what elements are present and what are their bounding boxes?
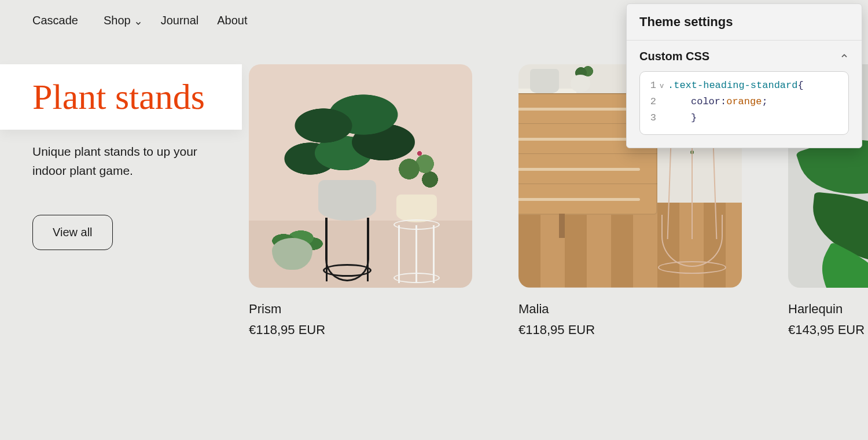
code-token-punct: } bbox=[691, 110, 697, 126]
line-number: 1 bbox=[645, 78, 660, 94]
product-image bbox=[249, 64, 472, 288]
heading-highlight: Plant stands bbox=[0, 64, 242, 130]
nav-item-label: Shop bbox=[104, 14, 131, 27]
code-token-value: orange bbox=[726, 94, 762, 110]
fold-icon[interactable]: v bbox=[660, 81, 668, 93]
panel-section-title-label: Custom CSS bbox=[639, 50, 709, 63]
chevron-up-icon bbox=[840, 50, 849, 63]
code-token-selector: .text-heading-standard bbox=[668, 78, 797, 94]
panel-title: Theme settings bbox=[627, 4, 862, 41]
code-token-punct: : bbox=[720, 94, 726, 110]
product-price: €118,95 EUR bbox=[249, 322, 472, 338]
collection-subtext: Unique plant stands to up your indoor pl… bbox=[32, 142, 231, 180]
code-token-punct: { bbox=[797, 78, 803, 94]
nav-item-shop[interactable]: Shop bbox=[104, 14, 142, 27]
theme-settings-panel: Theme settings Custom CSS 1 v .text-head… bbox=[626, 3, 862, 148]
nav-item-about[interactable]: About bbox=[217, 14, 247, 27]
code-line: 3 } bbox=[645, 110, 844, 126]
brand-link[interactable]: Cascade bbox=[32, 14, 78, 27]
line-number: 2 bbox=[645, 94, 660, 110]
product-price: €143,95 EUR bbox=[788, 322, 868, 338]
line-number: 3 bbox=[645, 110, 660, 126]
product-price: €118,95 EUR bbox=[518, 322, 742, 338]
code-token-punct: ; bbox=[762, 94, 767, 110]
custom-css-editor[interactable]: 1 v .text-heading-standard { 2 color : o… bbox=[639, 71, 849, 135]
product-name: Prism bbox=[249, 302, 472, 317]
product-name: Malia bbox=[518, 302, 742, 317]
panel-section-custom-css: Custom CSS 1 v .text-heading-standard { … bbox=[627, 41, 862, 148]
product-card[interactable]: Prism €118,95 EUR bbox=[249, 64, 472, 338]
view-all-button[interactable]: View all bbox=[32, 215, 113, 250]
code-token-property: color bbox=[691, 94, 720, 110]
chevron-down-icon bbox=[134, 17, 142, 25]
product-name: Harlequin bbox=[788, 302, 868, 317]
code-line: 1 v .text-heading-standard { bbox=[645, 78, 844, 94]
collection-heading: Plant stands bbox=[32, 78, 219, 116]
intro-block: Plant stands Unique plant stands to up y… bbox=[0, 64, 243, 338]
code-line: 2 color : orange ; bbox=[645, 94, 844, 110]
nav-item-journal[interactable]: Journal bbox=[161, 14, 199, 27]
panel-section-toggle[interactable]: Custom CSS bbox=[639, 50, 849, 63]
